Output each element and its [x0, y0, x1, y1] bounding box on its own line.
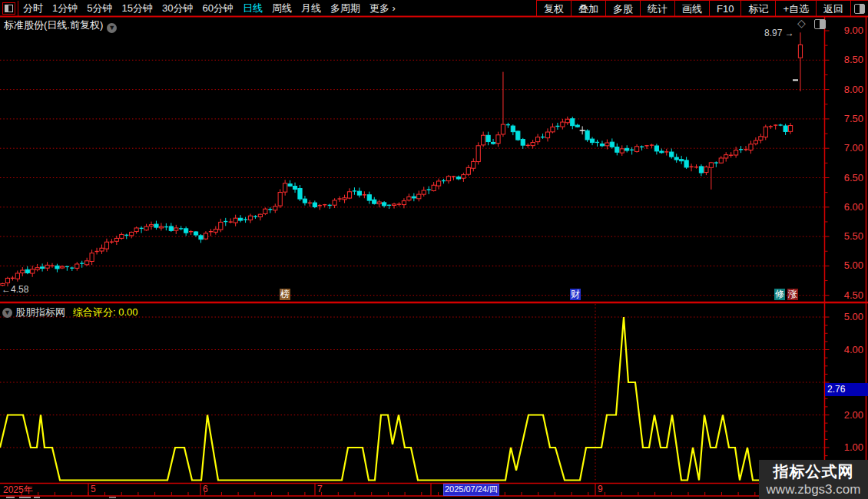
toolbar-button-8[interactable]: 返回 [816, 1, 850, 16]
month-tick-label: 5 [91, 484, 96, 494]
window-split-button[interactable] [2, 2, 15, 15]
indicator-axis-value-box: 2.76 [825, 383, 868, 396]
max-price-annotation: 8.97 → [764, 28, 794, 38]
toolbar-button-1[interactable]: 叠加 [571, 1, 605, 16]
chart-title: 标准股份(日线.前复权)▼ [4, 18, 117, 33]
left-arrow-icon: ← [2, 284, 11, 295]
clipped-next-row [109, 497, 116, 498]
right-arrow-icon: → [785, 28, 794, 38]
event-badge-榜[interactable]: 榜 [280, 289, 290, 300]
indicator-axis-label: 4.00 [830, 344, 863, 355]
period-tab-5[interactable]: 60分钟 [197, 2, 237, 15]
event-badge-涨[interactable]: 涨 [787, 289, 798, 300]
period-tab-3[interactable]: 15分钟 [117, 2, 157, 15]
price-axis-label: 7.50 [830, 113, 863, 124]
price-axis-label: 4.50 [830, 289, 863, 301]
event-badge-修[interactable]: 修 [774, 289, 785, 300]
month-tick-label: 9 [598, 484, 603, 494]
split-window-button[interactable] [850, 1, 868, 16]
toolbar-button-7[interactable]: +自选 [775, 1, 816, 16]
price-axis-label: 9.00 [830, 25, 863, 36]
watermark: 指标公式网 www.zbgs3.com [759, 460, 868, 499]
indicator-axis-label: 2.00 [830, 409, 863, 421]
toolbar-button-5[interactable]: F10 [709, 1, 740, 16]
toolbar-button-6[interactable]: 标记 [740, 1, 775, 16]
clipped-next-row [6, 497, 15, 498]
indicator-source-label: 股朋指标网 [15, 306, 65, 319]
period-tab-9[interactable]: 多周期 [326, 2, 365, 15]
period-tab-1[interactable]: 1分钟 [48, 2, 82, 15]
symbol-title: 标准股份(日线.前复权) [4, 19, 103, 31]
split-square-icon [5, 5, 13, 12]
clipped-next-row [19, 497, 31, 498]
indicator-score-value: 综合评分: 0.00 [73, 306, 138, 319]
period-tab-0[interactable]: 分时 [18, 2, 48, 15]
price-axis-label: 8.00 [830, 84, 863, 95]
indicator-header: ▼ 股朋指标网 综合评分: 0.00 [2, 306, 138, 319]
price-axis-label: 5.50 [830, 230, 863, 242]
chevron-down-icon[interactable]: ▼ [107, 23, 117, 33]
price-axis-label: 8.50 [830, 54, 863, 65]
action-toolbar: 复权叠加多股统计画线F10标记+自选返回 [536, 0, 868, 16]
min-price-label: 4.58 [11, 284, 28, 295]
price-axis-label: 6.00 [830, 201, 863, 213]
split-window-icon [854, 4, 865, 14]
month-tick-label: 7 [317, 484, 323, 494]
event-badge-财[interactable]: 财 [570, 289, 581, 300]
toolbar-button-2[interactable]: 多股 [605, 1, 640, 16]
period-tab-8[interactable]: 月线 [297, 2, 326, 15]
diamond-icon[interactable]: ◇ [797, 17, 806, 29]
toolbar-button-0[interactable]: 复权 [536, 1, 571, 16]
period-tab-10[interactable]: 更多 › [365, 2, 400, 15]
split-window-icon[interactable] [814, 19, 826, 29]
price-axis-label: 7.00 [830, 142, 863, 154]
period-tab-6[interactable]: 日线 [238, 2, 267, 15]
year-label: 2025年 [3, 484, 33, 497]
period-toolbar: 分时1分钟5分钟15分钟30分钟60分钟日线周线月线多周期更多 › [0, 0, 400, 16]
watermark-url: www.zbgs3.com [767, 482, 861, 497]
indicator-axis-label: 1.00 [830, 441, 863, 453]
price-axis-label: 6.50 [830, 172, 863, 183]
watermark-site-name: 指标公式网 [774, 461, 854, 482]
period-tab-2[interactable]: 5分钟 [82, 2, 117, 15]
period-tab-4[interactable]: 30分钟 [157, 2, 197, 15]
clipped-next-row [34, 497, 40, 498]
price-axis-label: 5.00 [830, 259, 863, 271]
period-tab-7[interactable]: 周线 [267, 2, 297, 15]
chart-canvas [0, 0, 868, 499]
toolbar-button-4[interactable]: 画线 [674, 1, 709, 16]
min-price-annotation: ←4.58 [2, 284, 28, 295]
toolbar-button-3[interactable]: 统计 [640, 1, 674, 16]
max-price-label: 8.97 [764, 28, 782, 38]
indicator-axis-label: 5.00 [830, 311, 863, 322]
month-tick-label: 6 [203, 484, 208, 494]
chevron-down-icon[interactable]: ▼ [2, 308, 12, 318]
crosshair-date-box: 2025/07/24/四 [443, 484, 499, 496]
